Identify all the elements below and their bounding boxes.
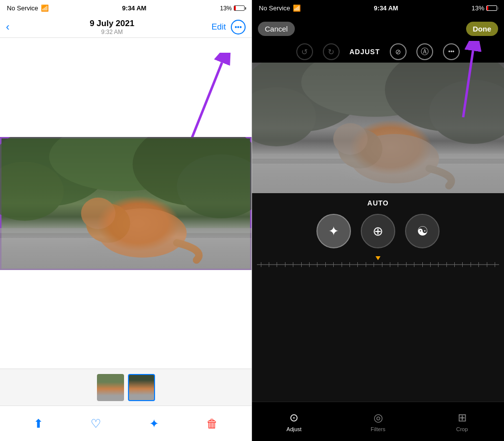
- cat-photo-right: [252, 63, 504, 193]
- redo-icon: ↻: [328, 47, 334, 57]
- visibility-icon: ⊘: [395, 48, 401, 56]
- tick: [333, 262, 334, 267]
- tick: [438, 262, 439, 267]
- back-button[interactable]: ‹: [6, 21, 9, 34]
- nav-right: Edit •••: [212, 20, 246, 34]
- battery-icon: [234, 5, 245, 11]
- tick: [430, 262, 431, 267]
- thumbnails-bar: [0, 369, 252, 406]
- svg-point-22: [338, 129, 382, 169]
- left-panel: No Service 📶 9:34 AM 13% ‹ 9 July 2021 9…: [0, 0, 252, 441]
- tab-filters[interactable]: ◎ Filters: [336, 411, 420, 432]
- adjust-label: ADJUST: [349, 48, 380, 56]
- tab-adjust[interactable]: ⊙ Adjust: [252, 411, 336, 432]
- tick: [301, 262, 302, 267]
- filters-tab-label: Filters: [371, 426, 385, 432]
- done-button[interactable]: Done: [466, 22, 499, 36]
- right-status-bar: No Service 📶 9:34 AM 13%: [252, 0, 504, 16]
- left-toolbar: ⬆ ♡ ✦ 🗑: [0, 406, 252, 441]
- tick: [285, 262, 285, 267]
- battery-percent: 13%: [220, 5, 232, 12]
- right-battery-icon: [486, 5, 497, 11]
- battery-fill: [234, 6, 236, 10]
- delete-button[interactable]: 🗑: [206, 417, 218, 431]
- tick: [406, 262, 407, 267]
- crop-tab-label: Crop: [456, 426, 468, 432]
- more-icon: •••: [235, 23, 242, 31]
- left-white-area: [0, 38, 252, 137]
- left-white-bottom: [0, 270, 252, 369]
- svg-point-14: [252, 63, 360, 132]
- right-battery-pct: 13%: [472, 4, 484, 12]
- ruler-ticks: [257, 264, 499, 265]
- tick: [390, 262, 390, 267]
- favorite-button[interactable]: ♡: [91, 417, 101, 431]
- more-button[interactable]: •••: [231, 20, 246, 34]
- cancel-button[interactable]: Cancel: [258, 22, 295, 36]
- thumbnail-1[interactable]: [97, 374, 124, 401]
- crop-tab-icon: ⊞: [458, 411, 467, 424]
- tick: [414, 262, 414, 267]
- undo-button[interactable]: ↺: [296, 43, 313, 60]
- magic-button[interactable]: ✦: [149, 417, 159, 431]
- tick: [325, 262, 326, 267]
- adjust-tab-icon: ⊙: [289, 411, 298, 424]
- exposure-button[interactable]: ⊕: [361, 214, 395, 248]
- controls-area: AUTO ✦ ⊕ ☯: [252, 193, 504, 402]
- nav-title-block: 9 July 2021 9:32 AM: [12, 19, 211, 35]
- tick: [269, 262, 269, 267]
- redo-button[interactable]: ↻: [323, 43, 340, 60]
- tick: [342, 262, 342, 267]
- svg-point-21: [350, 134, 439, 183]
- ruler-indicator: [376, 256, 380, 260]
- left-status-bar: No Service 📶 9:34 AM 13%: [0, 0, 252, 16]
- right-time: 9:34 AM: [374, 4, 398, 12]
- tick: [349, 262, 350, 267]
- tick: [478, 262, 479, 267]
- tick: [446, 262, 447, 267]
- right-battery: 13%: [472, 4, 497, 12]
- magic-wand-button[interactable]: ✦: [316, 214, 351, 248]
- more-options-button[interactable]: •••: [443, 43, 460, 60]
- battery-area: 13%: [220, 5, 245, 12]
- tick: [422, 262, 423, 267]
- tick: [487, 262, 487, 267]
- signal-area: No Service 📶: [7, 4, 49, 12]
- filters-tab-icon: ◎: [374, 411, 383, 424]
- right-battery-fill: [487, 6, 488, 10]
- svg-point-11: [81, 198, 116, 229]
- auto-enhance-button[interactable]: Ⓐ: [416, 43, 433, 60]
- tick: [462, 262, 463, 267]
- tick: [398, 262, 398, 267]
- svg-point-23: [333, 123, 368, 155]
- cat-photo-left: [0, 137, 252, 270]
- tick: [454, 262, 455, 267]
- tick: [293, 262, 293, 267]
- nav-title: 9 July 2021: [12, 19, 211, 29]
- svg-rect-20: [252, 159, 504, 164]
- tick: [471, 262, 471, 267]
- auto-enhance-icon: Ⓐ: [421, 47, 429, 57]
- control-buttons: ✦ ⊕ ☯: [316, 214, 440, 248]
- visibility-button[interactable]: ⊘: [390, 43, 407, 60]
- tick: [309, 262, 310, 267]
- yin-yang-icon: ☯: [417, 224, 428, 239]
- exposure-icon: ⊕: [373, 224, 383, 239]
- tick: [366, 262, 366, 267]
- thumbnail-2[interactable]: [128, 374, 155, 401]
- right-panel: No Service 📶 9:34 AM 13% Cancel Done ↺ ↻…: [252, 0, 504, 441]
- edit-button[interactable]: Edit: [212, 22, 226, 32]
- svg-point-15: [301, 63, 449, 117]
- signal-text: No Service: [7, 4, 38, 12]
- tick: [374, 262, 374, 267]
- ruler-track: [257, 264, 499, 265]
- more-options-icon: •••: [448, 48, 455, 55]
- svg-line-1: [188, 63, 222, 149]
- tick: [277, 262, 277, 267]
- svg-rect-19: [252, 154, 504, 193]
- slider-ruler[interactable]: [257, 257, 499, 272]
- right-toolbar-bar: ↺ ↻ ADJUST ⊘ Ⓐ •••: [252, 41, 504, 63]
- yin-yang-button[interactable]: ☯: [405, 214, 440, 248]
- tab-crop[interactable]: ⊞ Crop: [420, 411, 504, 432]
- share-button[interactable]: ⬆: [33, 417, 43, 431]
